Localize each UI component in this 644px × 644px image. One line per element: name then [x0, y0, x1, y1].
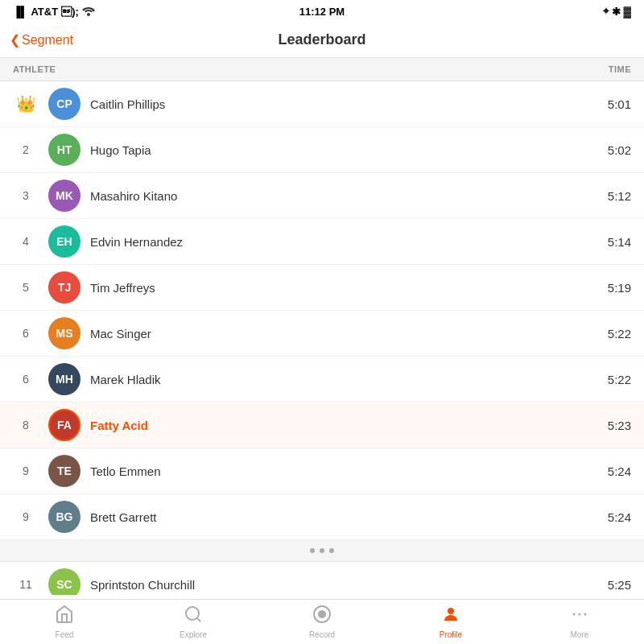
athlete-name: Sprintston Churchill: [90, 578, 599, 592]
more-label: More: [571, 630, 589, 639]
table-row[interactable]: 3MKMasahiro Kitano5:12: [0, 173, 644, 219]
table-row[interactable]: 11SCSprintston Churchill5:25: [0, 562, 644, 595]
tab-explore[interactable]: Explore: [129, 600, 258, 644]
rank-cell: 11: [13, 578, 39, 591]
avatar: CP: [48, 88, 80, 120]
avatar: TE: [48, 455, 80, 487]
table-row[interactable]: 2HTHugo Tapia5:02: [0, 127, 644, 173]
svg-point-8: [584, 613, 587, 616]
svg-line-2: [197, 618, 200, 621]
svg-point-1: [186, 607, 199, 620]
time-cell: 5:22: [599, 327, 631, 341]
table-row[interactable]: 9BGBrett Garrett5:24: [0, 494, 644, 540]
table-row[interactable]: 👑CPCaitlin Phillips5:01: [0, 81, 644, 127]
avatar: FA: [48, 409, 80, 441]
athlete-name: Edvin Hernandez: [90, 235, 599, 249]
signal-icon: ▐▌: [13, 6, 27, 18]
svg-point-0: [87, 13, 90, 16]
tab-record[interactable]: Record: [258, 600, 386, 644]
rank-cell: 8: [13, 419, 39, 431]
status-right: ⌖ ✱ ▓: [603, 5, 631, 18]
time-cell: 5:19: [599, 281, 631, 295]
time-cell: 5:23: [599, 419, 631, 432]
table-row[interactable]: 5TJTim Jeffreys5:19: [0, 265, 644, 311]
athlete-name: Fatty Acid: [90, 419, 599, 432]
rank-cell: 9: [13, 464, 39, 477]
rank-cell: 2: [13, 143, 39, 156]
time-cell: 5:25: [599, 578, 631, 592]
time-col-header: TIME: [609, 64, 631, 74]
athlete-name: Hugo Tapia: [90, 143, 599, 157]
explore-icon: [184, 605, 203, 629]
athlete-name: Marek Hladik: [90, 373, 599, 386]
back-button[interactable]: ❮ Segment: [10, 32, 73, 47]
status-bar: ▐▌ AT&T ); 11:12 PM ⌖ ✱ ▓: [0, 0, 644, 23]
table-row[interactable]: 6MHMarek Hladik5:22: [0, 357, 644, 402]
table-row[interactable]: 8FAFatty Acid5:23: [0, 402, 644, 448]
avatar: TJ: [48, 271, 80, 303]
athlete-name: Mac Singer: [90, 327, 599, 341]
svg-point-7: [579, 613, 581, 616]
rank-cell: 6: [13, 327, 39, 340]
tab-profile[interactable]: Profile: [386, 600, 515, 644]
status-time: 11:12 PM: [299, 6, 345, 18]
chevron-left-icon: ❮: [10, 32, 20, 47]
carrier-label: AT&T: [31, 6, 58, 18]
bluetooth-icon: ✱: [612, 6, 621, 18]
wifi-icon: );: [61, 6, 79, 18]
avatar: BG: [48, 501, 80, 533]
avatar: EH: [48, 225, 80, 258]
tab-feed[interactable]: Feed: [0, 600, 129, 644]
battery-icon: ▓: [624, 6, 631, 18]
avatar: SC: [48, 568, 80, 595]
record-label: Record: [309, 630, 335, 639]
record-icon: [312, 605, 332, 629]
ellipsis-separator: [0, 540, 644, 562]
feed-icon: [55, 605, 74, 629]
crown-icon: 👑: [16, 95, 36, 113]
explore-label: Explore: [180, 630, 207, 639]
back-label: Segment: [22, 33, 73, 47]
time-cell: 5:24: [599, 510, 631, 524]
rank-cell: 6: [13, 373, 39, 386]
avatar: HT: [48, 134, 80, 166]
profile-icon: [441, 605, 460, 629]
table-row[interactable]: 9TETetlo Emmen5:24: [0, 448, 644, 494]
athlete-name: Masahiro Kitano: [90, 189, 599, 203]
avatar: MS: [48, 317, 80, 349]
svg-point-4: [318, 610, 326, 618]
svg-point-5: [448, 608, 454, 614]
rank-cell: 9: [13, 510, 39, 523]
rank-cell: 3: [13, 189, 39, 202]
time-cell: 5:22: [599, 373, 631, 386]
time-cell: 5:02: [599, 143, 631, 157]
feed-label: Feed: [56, 630, 74, 639]
dot-3: [329, 548, 334, 553]
wifi-icon: [82, 6, 95, 16]
dots: [310, 548, 334, 553]
leaderboard-list: 👑CPCaitlin Phillips5:012HTHugo Tapia5:02…: [0, 81, 644, 595]
table-row[interactable]: 4EHEdvin Hernandez5:14: [0, 219, 644, 265]
rank-cell: 5: [13, 281, 39, 294]
tab-more[interactable]: More: [515, 600, 644, 644]
athlete-name: Brett Garrett: [90, 510, 599, 524]
location-icon: ⌖: [603, 5, 609, 18]
more-icon: [570, 605, 589, 629]
athlete-name: Tim Jeffreys: [90, 281, 599, 295]
svg-point-6: [573, 613, 576, 616]
tab-bar: Feed Explore Record Profile: [0, 599, 644, 644]
time-cell: 5:01: [599, 97, 631, 111]
athlete-name: Caitlin Phillips: [90, 97, 599, 111]
time-cell: 5:14: [599, 235, 631, 249]
athlete-col-header: ATHLETE: [13, 64, 56, 74]
status-left: ▐▌ AT&T );: [13, 6, 95, 18]
time-cell: 5:24: [599, 464, 631, 478]
dot-1: [310, 548, 315, 553]
rank-cell: 4: [13, 235, 39, 248]
table-header: ATHLETE TIME: [0, 58, 644, 81]
rank-cell: 👑: [13, 94, 39, 114]
table-row[interactable]: 6MSMac Singer5:22: [0, 311, 644, 357]
avatar: MK: [48, 180, 80, 212]
time-cell: 5:12: [599, 189, 631, 203]
page-title: Leaderboard: [278, 31, 365, 48]
